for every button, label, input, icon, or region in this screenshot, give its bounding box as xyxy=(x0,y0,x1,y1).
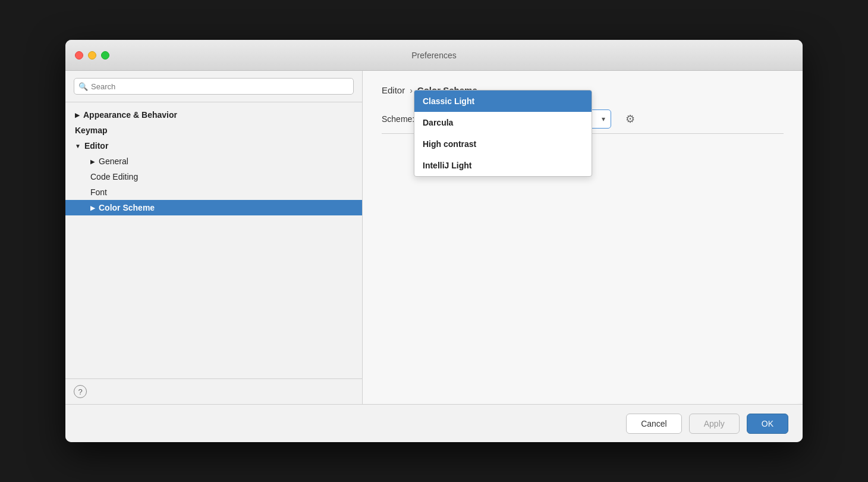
preferences-window: Preferences 🔍 Appearance & Behavior Keym… xyxy=(65,40,803,442)
dropdown-label-darcula: Darcula xyxy=(423,118,453,127)
minimize-button[interactable] xyxy=(88,51,96,60)
window-title: Preferences xyxy=(411,51,456,60)
sidebar-item-keymap[interactable]: Keymap xyxy=(65,123,362,138)
sidebar-label-general: General xyxy=(99,157,128,166)
chevron-right-icon-general xyxy=(90,158,95,165)
breadcrumb-parent: Editor xyxy=(382,85,405,95)
cancel-button[interactable]: Cancel xyxy=(626,414,682,434)
chevron-right-icon xyxy=(75,112,80,118)
nav-tree: Appearance & Behavior Keymap Editor Gene… xyxy=(65,102,362,378)
maximize-button[interactable] xyxy=(101,51,109,60)
search-icon: 🔍 xyxy=(78,82,88,91)
main-content: Editor › Color Scheme Scheme: IntelliJ L… xyxy=(363,71,803,404)
sidebar-item-appearance[interactable]: Appearance & Behavior xyxy=(65,107,362,123)
sidebar-label-font: Font xyxy=(90,187,107,197)
apply-button[interactable]: Apply xyxy=(689,414,740,434)
chevron-right-icon-color xyxy=(90,205,95,211)
breadcrumb-separator: › xyxy=(410,86,413,95)
sidebar-item-code-editing[interactable]: Code Editing xyxy=(65,169,362,184)
scheme-dropdown-popup: Classic Light Darcula High contrast Inte… xyxy=(414,90,592,177)
dropdown-item-high-contrast[interactable]: High contrast xyxy=(414,133,592,155)
titlebar: Preferences xyxy=(65,40,803,71)
dropdown-label-intellij-light: IntelliJ Light xyxy=(423,161,471,170)
search-input[interactable] xyxy=(74,78,354,95)
sidebar-label-keymap: Keymap xyxy=(75,126,107,135)
sidebar-label-appearance: Appearance & Behavior xyxy=(83,110,177,120)
dropdown-item-classic-light[interactable]: Classic Light xyxy=(414,90,592,112)
ok-button[interactable]: OK xyxy=(747,414,788,434)
sidebar-item-font[interactable]: Font xyxy=(65,184,362,200)
sidebar-label-color-scheme: Color Scheme xyxy=(99,203,155,212)
main-body: Editor › Color Scheme Scheme: IntelliJ L… xyxy=(363,71,803,404)
window-footer: Cancel Apply OK xyxy=(65,404,803,442)
sidebar: 🔍 Appearance & Behavior Keymap Editor xyxy=(65,71,363,404)
search-container: 🔍 xyxy=(65,71,362,102)
sidebar-bottom: ? xyxy=(65,378,362,404)
dropdown-label-high-contrast: High contrast xyxy=(423,139,476,149)
sidebar-item-color-scheme[interactable]: Color Scheme xyxy=(65,200,362,215)
sidebar-label-editor: Editor xyxy=(84,141,108,151)
traffic-lights xyxy=(75,51,109,60)
dropdown-label-classic-light: Classic Light xyxy=(423,96,474,106)
gear-button[interactable]: ⚙ xyxy=(621,109,640,129)
dropdown-item-intellij-light[interactable]: IntelliJ Light xyxy=(414,155,592,176)
sidebar-label-code-editing: Code Editing xyxy=(90,172,138,181)
sidebar-item-editor[interactable]: Editor xyxy=(65,138,362,154)
chevron-down-icon xyxy=(75,143,81,149)
sidebar-item-general[interactable]: General xyxy=(65,154,362,169)
close-button[interactable] xyxy=(75,51,83,60)
help-button[interactable]: ? xyxy=(74,385,87,398)
dropdown-item-darcula[interactable]: Darcula xyxy=(414,112,592,133)
window-body: 🔍 Appearance & Behavior Keymap Editor xyxy=(65,71,803,404)
